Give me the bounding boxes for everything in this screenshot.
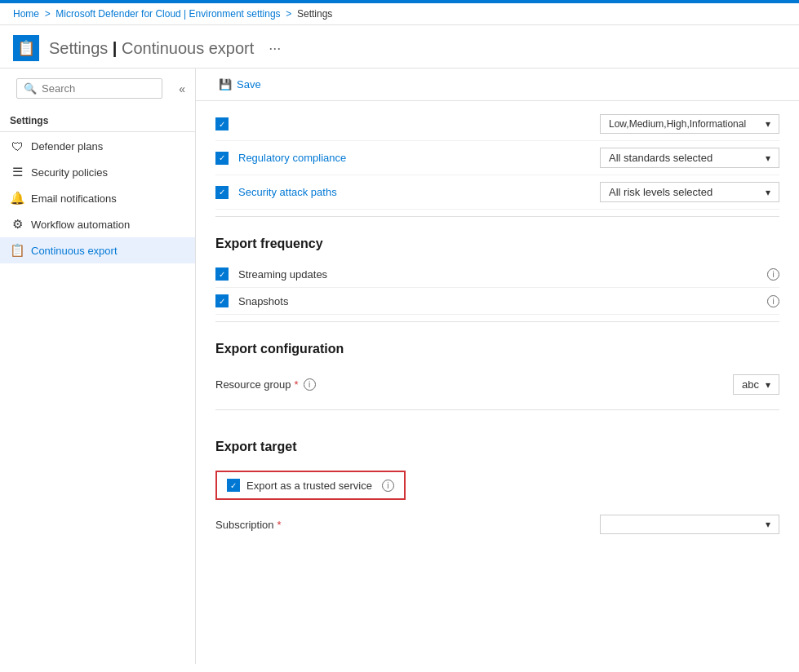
subscription-chevron-icon: ▾ bbox=[766, 519, 770, 530]
page-icon: 📋 bbox=[13, 35, 39, 61]
breadcrumb-current: Settings bbox=[297, 8, 332, 20]
search-icon: 🔍 bbox=[24, 82, 37, 95]
export-trusted-service-checkbox[interactable]: ✓ bbox=[227, 479, 240, 492]
resource-group-dropdown[interactable]: abc ▾ bbox=[733, 374, 779, 395]
security-attack-paths-checkbox[interactable]: ✓ bbox=[215, 186, 229, 199]
security-policies-icon: ☰ bbox=[10, 165, 24, 179]
export-frequency-divider bbox=[215, 216, 779, 217]
security-attack-paths-label: Security attack paths bbox=[238, 186, 590, 198]
regulatory-chevron-icon: ▾ bbox=[766, 153, 770, 164]
resource-group-info-icon: i bbox=[304, 378, 316, 391]
sidebar-item-label: Security policies bbox=[31, 166, 108, 179]
continuous-export-icon: 📋 bbox=[10, 243, 24, 258]
breadcrumb: Home > Microsoft Defender for Cloud | En… bbox=[0, 3, 799, 25]
sidebar-item-workflow-automation[interactable]: ⚙ Workflow automation bbox=[0, 211, 195, 237]
sidebar-item-defender-plans[interactable]: 🛡 Defender plans bbox=[0, 134, 195, 159]
ellipsis-button[interactable]: ··· bbox=[264, 38, 286, 59]
save-button[interactable]: 💾 Save bbox=[212, 75, 268, 94]
subscription-row: Subscription * ▾ bbox=[215, 506, 779, 542]
collapse-sidebar-button[interactable]: « bbox=[175, 79, 189, 99]
streaming-updates-row: ✓ Streaming updates i bbox=[215, 261, 779, 288]
export-configuration-section-title: Export configuration bbox=[215, 325, 779, 366]
regulatory-compliance-checkbox[interactable]: ✓ bbox=[215, 152, 229, 165]
security-attack-paths-value: All risk levels selected bbox=[609, 186, 712, 198]
snapshots-label: Snapshots bbox=[238, 295, 754, 307]
regulatory-compliance-value: All standards selected bbox=[609, 152, 712, 164]
sidebar-item-security-policies[interactable]: ☰ Security policies bbox=[0, 159, 195, 185]
sidebar-separator bbox=[0, 131, 195, 132]
severity-checkbox[interactable]: ✓ bbox=[215, 117, 229, 130]
content-body: ✓ Low,Medium,High,Informational ▾ ✓ Regu… bbox=[196, 108, 799, 552]
security-attack-paths-row: ✓ Security attack paths All risk levels … bbox=[215, 175, 779, 210]
streaming-updates-info-icon: i bbox=[767, 268, 779, 281]
search-box[interactable]: 🔍 bbox=[16, 78, 162, 99]
subscription-label: Subscription bbox=[215, 519, 274, 531]
export-frequency-section-title: Export frequency bbox=[215, 220, 779, 261]
export-trusted-service-highlighted-area[interactable]: ✓ Export as a trusted service i bbox=[215, 471, 406, 500]
workflow-automation-icon: ⚙ bbox=[10, 217, 24, 232]
resource-group-required-star: * bbox=[295, 378, 299, 391]
content-area: 💾 Save ✓ Low,Medium,High,Informational ▾… bbox=[196, 69, 799, 664]
toolbar: 💾 Save bbox=[196, 69, 799, 101]
regulatory-compliance-row: ✓ Regulatory compliance All standards se… bbox=[215, 141, 779, 175]
streaming-updates-checkbox[interactable]: ✓ bbox=[215, 267, 229, 281]
save-label: Save bbox=[237, 78, 261, 91]
main-layout: 🔍 « Settings 🛡 Defender plans ☰ Security… bbox=[0, 69, 799, 664]
resource-group-label: Resource group bbox=[215, 378, 291, 391]
export-target-section: Export target ✓ Export as a trusted serv… bbox=[215, 413, 779, 552]
severity-chevron-icon: ▾ bbox=[766, 118, 770, 130]
security-attack-paths-dropdown[interactable]: All risk levels selected ▾ bbox=[600, 182, 779, 202]
search-input[interactable] bbox=[42, 82, 155, 95]
sidebar-item-continuous-export[interactable]: 📋 Continuous export bbox=[0, 237, 195, 263]
export-trusted-service-info-icon: i bbox=[382, 480, 394, 492]
save-icon: 💾 bbox=[219, 78, 232, 91]
email-notifications-icon: 🔔 bbox=[10, 191, 24, 206]
resource-group-row: Resource group * i abc ▾ bbox=[215, 366, 779, 403]
breadcrumb-home[interactable]: Home bbox=[13, 8, 39, 20]
export-config-divider bbox=[215, 321, 779, 322]
sidebar-section-title: Settings bbox=[0, 108, 195, 130]
severity-dropdown-value: Low,Medium,High,Informational bbox=[609, 118, 746, 130]
severity-dropdown[interactable]: Low,Medium,High,Informational ▾ bbox=[600, 114, 779, 134]
severity-row: ✓ Low,Medium,High,Informational ▾ bbox=[215, 108, 779, 141]
breadcrumb-environment-settings[interactable]: Microsoft Defender for Cloud | Environme… bbox=[55, 8, 280, 20]
export-target-section-title: Export target bbox=[215, 423, 779, 464]
snapshots-info-icon: i bbox=[767, 295, 779, 307]
resource-group-value: abc bbox=[742, 378, 759, 391]
sidebar-item-label: Workflow automation bbox=[31, 219, 130, 231]
streaming-updates-label: Streaming updates bbox=[238, 268, 754, 281]
page-title: Settings | Continuous export bbox=[49, 39, 254, 57]
defender-plans-icon: 🛡 bbox=[10, 139, 24, 153]
regulatory-compliance-dropdown[interactable]: All standards selected ▾ bbox=[600, 148, 779, 168]
export-target-divider bbox=[215, 409, 779, 410]
sidebar-item-label: Email notifications bbox=[31, 192, 117, 205]
sidebar: 🔍 « Settings 🛡 Defender plans ☰ Security… bbox=[0, 69, 196, 664]
subscription-dropdown[interactable]: ▾ bbox=[600, 515, 779, 534]
sidebar-item-email-notifications[interactable]: 🔔 Email notifications bbox=[0, 185, 195, 211]
snapshots-row: ✓ Snapshots i bbox=[215, 288, 779, 315]
attack-paths-chevron-icon: ▾ bbox=[766, 187, 770, 198]
export-trusted-service-label: Export as a trusted service bbox=[246, 480, 372, 492]
sidebar-item-label: Continuous export bbox=[31, 245, 118, 257]
resource-group-chevron-icon: ▾ bbox=[766, 379, 770, 391]
snapshots-checkbox[interactable]: ✓ bbox=[215, 294, 229, 307]
page-header: 📋 Settings | Continuous export ··· bbox=[0, 25, 799, 69]
sidebar-item-label: Defender plans bbox=[31, 140, 103, 153]
regulatory-compliance-label: Regulatory compliance bbox=[238, 152, 590, 164]
subscription-required-star: * bbox=[277, 519, 282, 531]
